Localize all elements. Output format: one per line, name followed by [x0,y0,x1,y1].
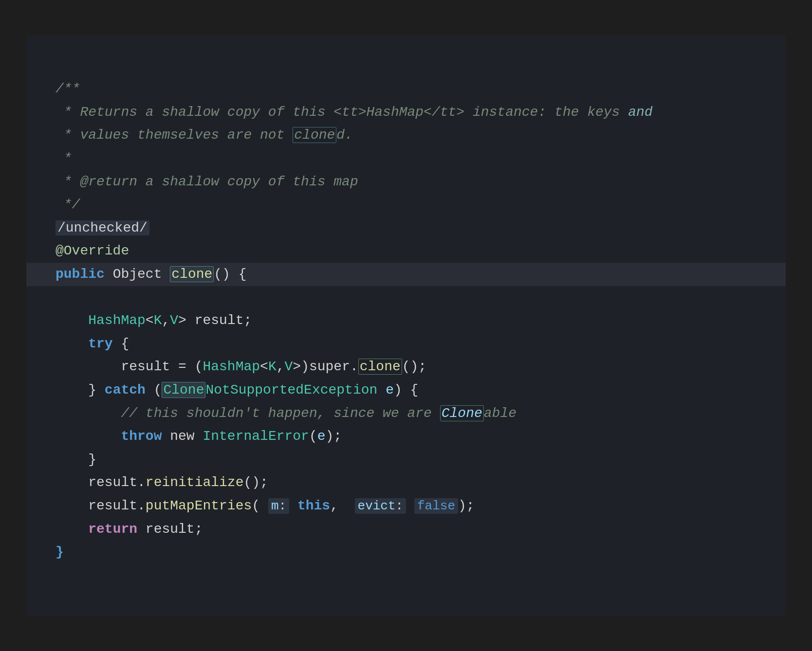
line-hashmap-decl: HashMap<K,V> result; [55,313,252,328]
line-result-assign: result = (HashMap<K,V>)super.clone(); [55,359,426,375]
line-try: try { [55,336,129,351]
line-closing-brace: } [55,544,64,560]
line-comment-atreturn: * @return a shallow copy of this map [55,174,358,189]
line-comment-end: */ [55,197,80,212]
line-throw: throw new InternalError(e); [55,429,342,444]
line-comment-empty: * [55,151,72,166]
line-comment-start: /** [55,81,80,96]
line-override: @Override [55,243,129,258]
line-close-brace: } [55,452,96,467]
line-reinitialize: result.reinitialize(); [55,475,268,490]
code-content: /** * Returns a shallow copy of this <tt… [55,54,757,587]
line-catch: } catch (CloneNotSupportedException e) { [55,382,418,398]
line-comment-returns: * Returns a shallow copy of this <tt>Has… [55,105,653,120]
line-comment-values: * values themselves are not cloned. [55,127,353,143]
line-method-sig: public Object clone() { [26,263,786,286]
line-putmapentries: result.putMapEntries( m: this, evict: fa… [55,498,475,513]
line-unchecked: /unchecked/ [55,220,149,235]
line-comment-shouldnt: // this shouldn't happen, since we are C… [55,405,517,421]
code-window: /** * Returns a shallow copy of this <tt… [26,35,786,616]
line-return: return result; [55,522,203,537]
